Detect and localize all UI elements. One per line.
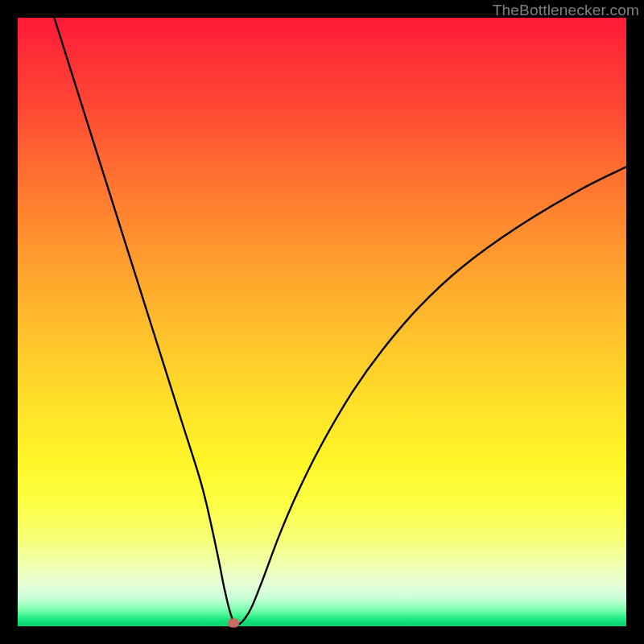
optimal-point-marker [228,619,239,628]
chart-stage: TheBottlenecker.com [0,0,644,644]
watermark-text: TheBottlenecker.com [493,2,639,19]
plot-area [18,18,626,626]
bottleneck-curve [18,18,626,626]
